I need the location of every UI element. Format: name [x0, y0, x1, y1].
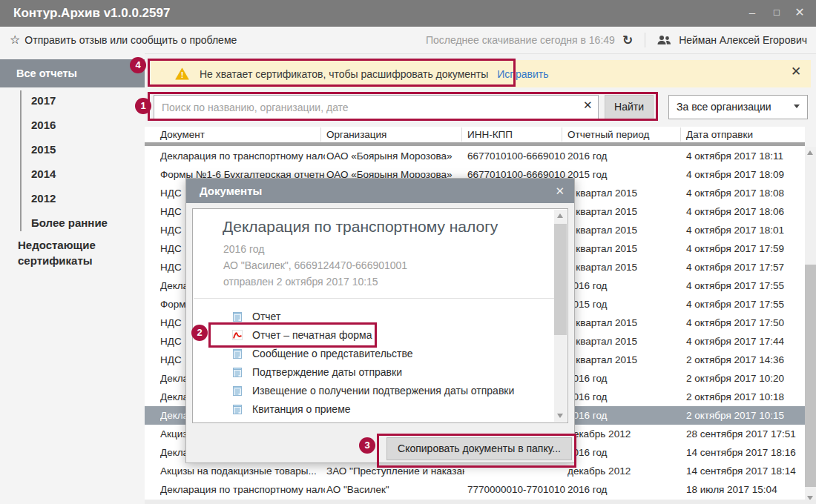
column-header-document[interactable]: Документ — [160, 127, 205, 142]
table-row[interactable]: Декларация по транспортному налогу ОАО «… — [145, 147, 805, 165]
annotation-step-3: 3 — [359, 437, 375, 454]
user-name[interactable]: Нейман Алексей Егорович — [679, 34, 807, 46]
file-list-item[interactable]: Сообщение о представительстве — [193, 344, 554, 362]
file-list-item[interactable]: Подтверждение даты отправки — [193, 362, 554, 381]
cell-document: Акцизы на подакцизные товары... — [160, 462, 325, 480]
search-clear-icon[interactable]: ✕ — [583, 99, 593, 112]
content-divider — [194, 298, 555, 299]
minimize-button[interactable]: – — [740, 0, 764, 27]
file-list-item[interactable]: Отчет — [193, 307, 554, 325]
header-divider-bar — [145, 142, 805, 146]
sidebar-item-year[interactable]: 2014 — [31, 162, 142, 186]
document-title: Декларация по транспортному налогу — [223, 218, 538, 236]
year-label: 2016 — [31, 119, 56, 131]
cell-sent-date: 14 сентября 2017 18:16 — [686, 443, 803, 462]
scroll-down-icon[interactable] — [557, 414, 563, 418]
file-list: Отчет Отчет – печатная форма Сообщение о… — [193, 307, 554, 423]
sidebar-item-year[interactable]: 2016 — [31, 113, 142, 137]
column-header-organization[interactable]: Организация — [326, 127, 386, 142]
cell-period: 1 квартал 2015 — [567, 258, 680, 276]
scrollbar-thumb[interactable] — [805, 265, 816, 487]
column-separator — [562, 127, 562, 142]
refresh-icon[interactable]: ↻ — [622, 33, 633, 48]
table-row[interactable]: Акцизы на подакцизные товары... ЗАО "Пре… — [145, 462, 805, 480]
close-button[interactable]: ✕ — [788, 0, 812, 27]
cell-sent-date: 4 октября 2017 18:08 — [686, 184, 803, 202]
fix-link[interactable]: Исправить — [497, 68, 548, 80]
cell-period: 1 квартал 2015 — [567, 332, 680, 351]
dialog-title: Документы — [200, 179, 262, 203]
cell-sent-date: 4 октября 2017 18:11 — [686, 147, 803, 165]
cell-period: декабрь 2012 — [567, 425, 680, 443]
sidebar-item-missing-certificates[interactable]: Недостающие сертификаты — [18, 237, 136, 268]
cell-sent-date: 4 октября 2017 18:06 — [686, 202, 803, 221]
sidebar-item-all-reports[interactable]: Все отчеты — [0, 59, 145, 87]
find-button[interactable]: Найти — [605, 95, 654, 119]
banner-close-icon[interactable]: ✕ — [791, 64, 801, 79]
notepad-icon — [231, 385, 243, 397]
dialog-scrollbar[interactable] — [554, 210, 567, 422]
sidebar-item-year[interactable]: 2012 — [31, 186, 142, 210]
cell-sent-date: 4 октября 2017 18:01 — [686, 221, 803, 239]
cell-document: Декларация по транспортному налогу — [160, 480, 325, 499]
file-list-item[interactable]: Извещение о получении подтвержения даты … — [193, 381, 554, 399]
org-filter-dropdown[interactable]: За все организации — [668, 95, 808, 119]
year-label: 2014 — [31, 168, 56, 180]
cell-period: 1 квартал 2015 — [567, 351, 680, 369]
year-label: 2012 — [31, 192, 56, 205]
scroll-up-icon[interactable] — [557, 213, 563, 218]
year-label: 2015 — [31, 143, 56, 156]
sidebar-item-year[interactable]: 2017 — [31, 88, 142, 113]
file-list-item[interactable]: Квитанция о приеме — [193, 399, 554, 418]
scrollbar-thumb[interactable] — [554, 224, 567, 335]
file-label: Извещение о получении подтвержения даты … — [252, 385, 514, 397]
cell-document: Декларация по транспортному налогу — [160, 147, 325, 165]
file-label: Подтверждение даты отправки — [252, 366, 402, 378]
search-input[interactable] — [154, 95, 599, 119]
copy-documents-button[interactable]: Скопировать документы в папку... — [386, 437, 572, 460]
cell-period: 2015 год — [567, 165, 680, 184]
warning-text: Не хватает сертификатов, чтобы расшифров… — [200, 68, 488, 80]
table-header: Документ Организация ИНН-КПП Отчетный пе… — [145, 127, 805, 142]
cell-period: 1 квартал 2015 — [567, 221, 680, 239]
table-row[interactable]: Декларация по транспортному налогу АО "В… — [145, 480, 805, 499]
cell-sent-date: 18 июля 2017 15:04 — [686, 480, 803, 499]
cell-sent-date: 4 октября 2017 18:09 — [686, 165, 803, 184]
cell-organization: ЗАО "Преступление и наказание" — [326, 462, 464, 480]
documents-dialog: Документы ✕ Декларация по транспортному … — [185, 178, 575, 463]
years-indent-line — [20, 90, 22, 231]
sidebar-item-year[interactable]: 2015 — [31, 137, 142, 162]
file-list-item[interactable]: Извещение о получении — [193, 418, 554, 423]
cell-period: 2016 год — [567, 443, 680, 462]
file-label: Сообщение о представительстве — [252, 348, 413, 359]
column-header-inn-kpp[interactable]: ИНН-КПП — [467, 127, 513, 142]
sidebar-item-year[interactable]: Более ранние — [31, 210, 142, 235]
cell-sent-date: 4 октября 2017 17:55 — [686, 276, 803, 295]
warning-banner: ! Не хватает сертификатов, чтобы расшифр… — [151, 60, 811, 87]
cell-period: 2015 год — [567, 295, 680, 314]
feedback-link[interactable]: ☆Отправить отзыв или сообщить о проблеме — [10, 27, 237, 53]
cell-period: 2016 год — [567, 480, 680, 499]
maximize-button[interactable]: □ — [765, 0, 789, 27]
warning-icon: ! — [175, 67, 189, 80]
pdf-icon — [231, 329, 243, 341]
scroll-up-icon[interactable] — [807, 150, 813, 155]
cell-period: 1 квартал 2015 — [567, 314, 680, 332]
cell-organization: АО "Василек" — [326, 480, 464, 499]
column-header-sent-date[interactable]: Дата отправки — [686, 127, 753, 142]
notepad-icon — [231, 422, 243, 424]
dialog-close-icon[interactable]: ✕ — [555, 179, 565, 203]
file-list-item[interactable]: Отчет – печатная форма — [193, 325, 554, 344]
annotation-step-2: 2 — [191, 325, 208, 341]
annotation-step-1: 1 — [135, 98, 151, 114]
feedback-label: Отправить отзыв или сообщить о проблеме — [24, 34, 237, 46]
cell-sent-date: 2 октября 2017 10:20 — [686, 369, 803, 388]
table-scrollbar[interactable] — [805, 147, 816, 504]
column-header-period[interactable]: Отчетный период — [567, 127, 649, 142]
app-window: Контур.Архив v1.0.0.2597 – □ ✕ ☆Отправит… — [0, 0, 816, 504]
dialog-title-bar[interactable]: Документы ✕ — [186, 179, 574, 203]
cell-period: 1 квартал 2015 — [567, 202, 680, 221]
users-icon — [657, 35, 671, 45]
file-label: Отчет – печатная форма — [252, 329, 372, 341]
cell-organization: ОАО «Боярыня Морозова» — [326, 147, 464, 165]
